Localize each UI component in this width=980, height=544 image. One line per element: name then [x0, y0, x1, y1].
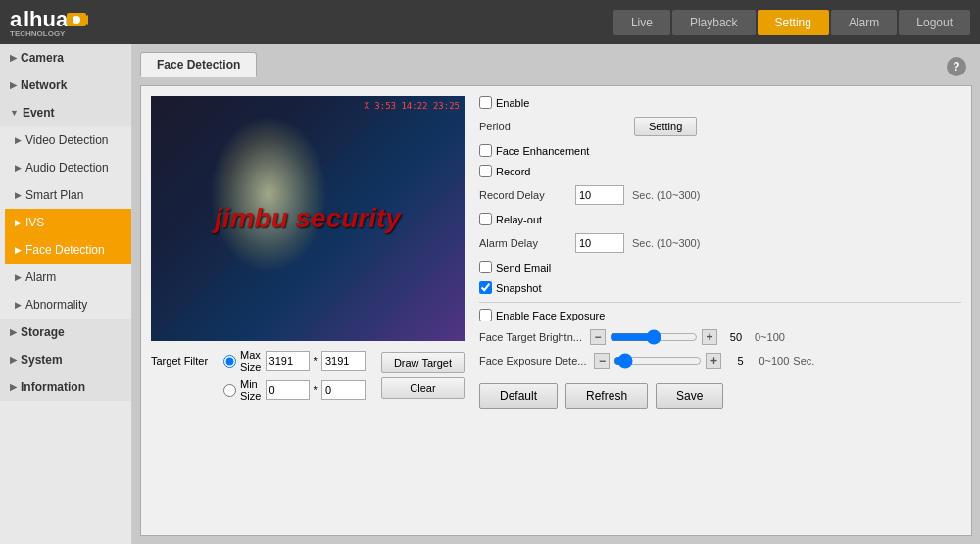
send-email-label[interactable]: Send Email: [479, 261, 551, 273]
face-enhancement-label[interactable]: Face Enhancement: [479, 144, 589, 157]
sidebar-item-abnormality[interactable]: ▶ Abnormality: [5, 291, 131, 319]
face-exposure-dete-slider-container: − + 5 0~100 Sec.: [594, 353, 814, 369]
face-exposure-dete-slider[interactable]: [613, 354, 702, 368]
help-icon[interactable]: ?: [947, 57, 966, 76]
divider: [479, 302, 961, 303]
relay-out-row: Relay-out: [479, 213, 961, 225]
sidebar-item-network[interactable]: ▶ Network: [0, 72, 131, 99]
sidebar-item-ivs[interactable]: ▶ IVS: [5, 209, 131, 236]
video-feed: X 3:53 14:22 23:25 jimbu security: [151, 96, 465, 341]
min-size-label: Min Size: [240, 378, 262, 402]
alarm-delay-input[interactable]: [575, 233, 624, 253]
face-target-brightness-slider[interactable]: [610, 330, 698, 344]
arrow-icon: ▶: [10, 53, 17, 63]
arrow-icon: ▶: [10, 355, 17, 365]
default-button[interactable]: Default: [479, 383, 558, 409]
relay-out-label[interactable]: Relay-out: [479, 213, 542, 225]
face-target-brightness-slider-container: − + 50 0~100: [590, 329, 785, 345]
tab-strip: Face Detection: [140, 52, 972, 77]
arrow-icon: ▶: [10, 327, 17, 337]
sidebar: ▶ Camera ▶ Network ▼ Event ▶ Video Detec…: [0, 44, 132, 544]
arrow-icon: ▶: [10, 382, 17, 392]
sidebar-item-audio-detection[interactable]: ▶ Audio Detection: [5, 154, 131, 181]
enable-checkbox-label[interactable]: Enable: [479, 96, 529, 109]
sidebar-item-alarm[interactable]: ▶ Alarm: [5, 264, 131, 291]
face-exposure-dete-unit: Sec.: [793, 355, 814, 367]
arrow-icon: ▶: [15, 245, 22, 255]
enable-face-exposure-label[interactable]: Enable Face Exposure: [479, 309, 605, 321]
svg-text:lhua: lhua: [24, 7, 69, 31]
logo: a lhua TECHNOLOGY: [10, 5, 88, 39]
refresh-button[interactable]: Refresh: [565, 383, 648, 409]
sidebar-item-system[interactable]: ▶ System: [0, 346, 131, 373]
face-target-brightness-range: 0~100: [755, 331, 785, 343]
target-filter-max-row: Target Filter Max Size *: [151, 349, 366, 372]
alarm-delay-unit: Sec. (10~300): [632, 237, 700, 249]
face-enhancement-checkbox[interactable]: [479, 144, 492, 157]
max-size-radio[interactable]: [223, 355, 236, 368]
sidebar-item-camera[interactable]: ▶ Camera: [0, 44, 131, 72]
max-width-input[interactable]: [266, 351, 310, 371]
right-panel: Enable Period Setting Face Enhancement: [479, 96, 961, 525]
min-size-radio[interactable]: [223, 384, 236, 397]
face-exposure-dete-value: 5: [725, 355, 755, 367]
send-email-row: Send Email: [479, 261, 961, 273]
max-height-input[interactable]: [321, 351, 366, 371]
tab-alarm[interactable]: Alarm: [831, 10, 897, 35]
bottom-buttons: Default Refresh Save: [479, 383, 961, 409]
enable-face-exposure-row: Enable Face Exposure: [479, 309, 961, 321]
arrow-icon: ▶: [15, 218, 22, 227]
record-delay-unit: Sec. (10~300): [632, 189, 700, 201]
relay-out-checkbox[interactable]: [479, 213, 492, 225]
snapshot-checkbox[interactable]: [479, 281, 492, 294]
target-buttons: Draw Target Clear: [381, 352, 465, 399]
face-target-brightness-label: Face Target Brightn...: [479, 331, 582, 343]
target-filter-min-row: Min Size *: [151, 378, 366, 402]
content-area: ? X 3:53 14:22 23:25 jimbu security Targ…: [140, 85, 972, 536]
sidebar-item-video-detection[interactable]: ▶ Video Detection: [5, 126, 131, 154]
record-label[interactable]: Record: [479, 165, 530, 177]
arrow-icon: ▶: [15, 272, 22, 282]
target-filter: Target Filter Max Size * Min Size: [151, 349, 465, 402]
face-detection-tab[interactable]: Face Detection: [140, 52, 257, 77]
enable-checkbox[interactable]: [479, 96, 492, 109]
face-target-brightness-row: Face Target Brightn... − + 50 0~100: [479, 329, 961, 345]
sidebar-item-smart-plan[interactable]: ▶ Smart Plan: [5, 181, 131, 209]
enable-face-exposure-checkbox[interactable]: [479, 309, 492, 321]
sidebar-item-event[interactable]: ▼ Event: [0, 99, 131, 126]
sidebar-item-information[interactable]: ▶ Information: [0, 373, 131, 401]
arrow-icon: ▶: [10, 80, 17, 90]
draw-target-button[interactable]: Draw Target: [381, 352, 465, 373]
period-setting-button[interactable]: Setting: [634, 117, 697, 136]
arrow-icon: ▶: [15, 190, 22, 200]
send-email-checkbox[interactable]: [479, 261, 492, 273]
tab-live[interactable]: Live: [613, 10, 670, 35]
arrow-icon: ▼: [10, 108, 19, 118]
brightness-plus-button[interactable]: +: [702, 329, 717, 345]
svg-point-4: [73, 16, 80, 24]
exposure-minus-button[interactable]: −: [594, 353, 610, 369]
min-height-input[interactable]: [321, 380, 366, 400]
svg-marker-5: [86, 13, 88, 26]
sidebar-sub-event: ▶ Video Detection ▶ Audio Detection ▶ Sm…: [0, 126, 131, 319]
snapshot-label[interactable]: Snapshot: [479, 281, 541, 294]
svg-text:a: a: [10, 7, 23, 31]
clear-button[interactable]: Clear: [381, 377, 465, 399]
tab-setting[interactable]: Setting: [758, 10, 829, 35]
face-target-brightness-value: 50: [721, 331, 751, 343]
separator: *: [314, 355, 318, 367]
tab-logout[interactable]: Logout: [899, 10, 970, 35]
video-panel: X 3:53 14:22 23:25 jimbu security Target…: [151, 96, 465, 525]
save-button[interactable]: Save: [656, 383, 723, 409]
brightness-minus-button[interactable]: −: [590, 329, 606, 345]
target-filter-label: Target Filter: [151, 355, 220, 367]
main-content: Face Detection ? X 3:53 14:22 23:25 jimb…: [132, 44, 980, 544]
sidebar-item-face-detection[interactable]: ▶ Face Detection: [5, 236, 131, 264]
record-delay-input[interactable]: [575, 185, 624, 205]
exposure-plus-button[interactable]: +: [706, 353, 721, 369]
tab-playback[interactable]: Playback: [672, 10, 756, 35]
record-checkbox[interactable]: [479, 165, 492, 177]
min-width-input[interactable]: [266, 380, 310, 400]
video-overlay-text: X 3:53 14:22 23:25: [364, 101, 460, 111]
sidebar-item-storage[interactable]: ▶ Storage: [0, 319, 131, 346]
